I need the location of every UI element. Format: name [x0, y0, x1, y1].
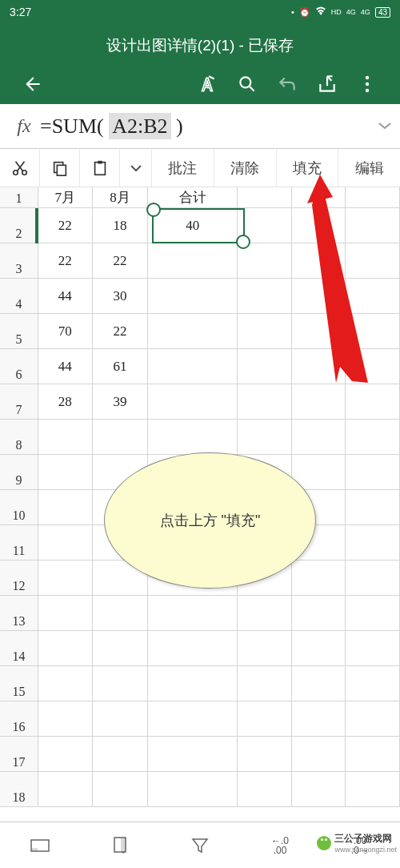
cell[interactable]: 28 [38, 384, 93, 420]
cell[interactable] [148, 420, 238, 455]
cell[interactable] [148, 349, 238, 384]
decrease-decimal-button[interactable]: ←.0.00 [240, 836, 320, 855]
cell[interactable] [238, 737, 292, 772]
cell[interactable] [346, 208, 400, 243]
cell[interactable] [238, 666, 292, 701]
cell[interactable] [238, 279, 292, 314]
search-button[interactable] [232, 69, 262, 99]
cell[interactable] [292, 420, 346, 455]
cell[interactable] [238, 772, 292, 807]
cell[interactable] [238, 349, 292, 384]
cell[interactable]: 44 [38, 279, 93, 314]
cell[interactable] [38, 701, 93, 737]
font-style-button[interactable] [192, 69, 222, 99]
cell[interactable] [38, 420, 93, 455]
cell[interactable] [148, 737, 238, 772]
cell[interactable] [292, 314, 346, 349]
cell[interactable] [292, 279, 346, 314]
cell[interactable] [38, 737, 93, 772]
toolbar-more-button[interactable] [120, 149, 152, 187]
row-header[interactable]: 3 [0, 243, 38, 279]
undo-button[interactable] [272, 69, 302, 99]
cell[interactable]: 30 [93, 279, 149, 314]
comment-button[interactable]: 批注 [152, 149, 214, 187]
cell[interactable] [346, 490, 400, 525]
cell[interactable] [93, 666, 149, 701]
cell[interactable] [238, 420, 292, 455]
cell[interactable] [148, 384, 238, 420]
row-header[interactable]: 8 [0, 420, 38, 455]
cell[interactable] [93, 631, 149, 666]
cell[interactable] [38, 525, 93, 561]
cell[interactable] [346, 314, 400, 349]
cell[interactable] [346, 349, 400, 384]
chevron-down-icon[interactable] [378, 118, 392, 135]
cell[interactable] [38, 596, 93, 631]
cell[interactable] [148, 596, 238, 631]
sheet-tab-button[interactable] [0, 837, 80, 854]
cell[interactable] [148, 772, 238, 807]
cell[interactable] [346, 455, 400, 490]
row-header[interactable]: 11 [0, 525, 38, 561]
cell[interactable] [38, 561, 93, 596]
cell[interactable]: 22 [93, 243, 149, 279]
cell[interactable] [292, 596, 346, 631]
row-header[interactable]: 5 [0, 314, 38, 349]
cell[interactable]: 22 [93, 314, 149, 349]
fill-button[interactable]: 填充 [277, 149, 339, 187]
cell[interactable]: 18 [93, 208, 149, 243]
cell[interactable]: 39 [93, 384, 149, 420]
cell[interactable] [292, 243, 346, 279]
cell[interactable] [38, 631, 93, 666]
row-header[interactable]: 1 [0, 187, 38, 208]
cell[interactable] [346, 772, 400, 807]
cell[interactable] [148, 243, 238, 279]
cell[interactable] [93, 737, 149, 772]
cell[interactable] [346, 737, 400, 772]
cell[interactable] [346, 525, 400, 561]
cell[interactable] [38, 490, 93, 525]
cell[interactable]: 61 [93, 349, 149, 384]
cell[interactable] [38, 772, 93, 807]
cell[interactable] [292, 701, 346, 737]
row-header[interactable]: 16 [0, 701, 38, 737]
cell[interactable] [292, 631, 346, 666]
formula-input[interactable]: =SUM( A2:B2 ) [40, 115, 378, 139]
row-header[interactable]: 14 [0, 631, 38, 666]
clear-button[interactable]: 清除 [214, 149, 277, 187]
cell[interactable] [238, 631, 292, 666]
cell[interactable] [292, 561, 346, 596]
more-button[interactable] [352, 69, 382, 99]
row-header[interactable]: 15 [0, 666, 38, 701]
cell[interactable] [148, 666, 238, 701]
cell[interactable] [346, 631, 400, 666]
cell[interactable] [292, 349, 346, 384]
cell[interactable]: 22 [38, 243, 93, 279]
cell[interactable] [346, 596, 400, 631]
cell[interactable] [292, 666, 346, 701]
cell[interactable] [238, 596, 292, 631]
cell[interactable] [148, 701, 238, 737]
col-header-c[interactable]: 合计 [148, 187, 238, 208]
cell[interactable] [238, 243, 292, 279]
cell[interactable] [93, 420, 149, 455]
cell[interactable] [292, 737, 346, 772]
edit-button[interactable]: 编辑 [338, 149, 400, 187]
paste-button[interactable] [80, 149, 120, 187]
cell[interactable] [346, 561, 400, 596]
cell[interactable] [93, 596, 149, 631]
row-header[interactable]: 7 [0, 384, 38, 420]
cell[interactable] [238, 384, 292, 420]
cell[interactable] [346, 243, 400, 279]
row-header[interactable]: 17 [0, 737, 38, 772]
filter-button[interactable] [160, 837, 240, 854]
cell[interactable] [148, 314, 238, 349]
cell[interactable] [292, 772, 346, 807]
cut-button[interactable] [0, 149, 40, 187]
cell[interactable] [346, 279, 400, 314]
row-header[interactable]: 18 [0, 772, 38, 807]
row-header[interactable]: 9 [0, 455, 38, 490]
row-header[interactable]: 13 [0, 596, 38, 631]
cell[interactable]: 22 [38, 208, 93, 243]
cell[interactable] [292, 384, 346, 420]
